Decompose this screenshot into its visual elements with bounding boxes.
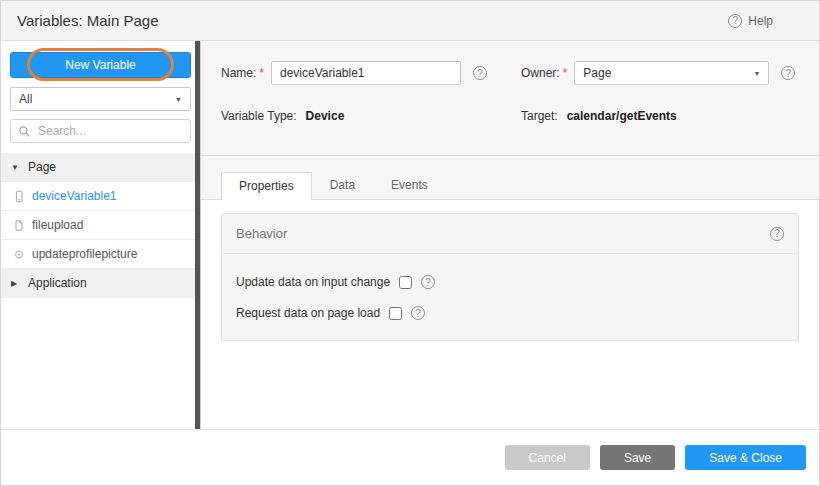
required-marker: * (259, 66, 264, 80)
variables-tree: ▼ Page deviceVariable1 (1, 153, 200, 298)
name-label: Name: (221, 66, 256, 80)
variable-form-section: Name: * ? Owner: * Page ▼ ? Varia (201, 41, 819, 156)
type-target-row: Variable Type: Device Target: calendar/g… (221, 109, 799, 123)
fileupload-icon (13, 219, 25, 232)
save-button[interactable]: Save (600, 445, 675, 470)
behavior-panel-header: Behavior ? (222, 214, 798, 254)
request-on-page-load-label: Request data on page load (236, 306, 380, 320)
behavior-panel-body: Update data on input change ? Request da… (222, 254, 798, 340)
tree-item-label: deviceVariable1 (32, 189, 117, 203)
footer-action-bar: Cancel Save Save & Close (1, 429, 819, 485)
name-field-group: Name: * ? (221, 61, 521, 85)
tab-properties[interactable]: Properties (221, 172, 312, 200)
behavior-title: Behavior (236, 226, 287, 241)
new-variable-wrap: New Variable (10, 52, 191, 78)
search-input[interactable] (36, 123, 183, 139)
variable-type-value: Device (306, 109, 345, 123)
variables-dialog: Variables: Main Page ? Help New Variable… (0, 0, 820, 486)
variables-sidebar: New Variable All ▼ ▼ Page (1, 41, 201, 429)
detail-tab-bar: Properties Data Events (201, 156, 819, 200)
tree-item-devicevariable1[interactable]: deviceVariable1 (1, 182, 200, 211)
target-label: Target: (521, 109, 558, 123)
search-icon (18, 125, 31, 138)
variable-filter-value: All (19, 92, 32, 106)
tab-data[interactable]: Data (312, 171, 373, 199)
target-value: calendar/getEvents (567, 109, 677, 123)
request-on-page-load-help-icon[interactable]: ? (411, 306, 425, 320)
header-bar: Variables: Main Page ? Help (1, 1, 819, 41)
variable-search-box (10, 119, 191, 143)
device-variable-icon (13, 190, 25, 203)
owner-help-icon[interactable]: ? (781, 66, 795, 80)
update-on-input-change-help-icon[interactable]: ? (421, 275, 435, 289)
required-marker: * (563, 66, 568, 80)
properties-tab-content: Behavior ? Update data on input change ?… (201, 200, 819, 354)
tree-group-label: Application (28, 276, 87, 290)
sidebar-scrollbar[interactable] (195, 41, 200, 429)
owner-field-group: Owner: * Page ▼ ? (521, 61, 795, 85)
new-variable-button[interactable]: New Variable (10, 52, 191, 78)
chevron-down-icon: ▼ (753, 70, 760, 77)
variable-type-group: Variable Type: Device (221, 109, 521, 123)
caret-down-icon: ▼ (11, 163, 21, 172)
owner-label: Owner: (521, 66, 560, 80)
chevron-down-icon: ▼ (175, 96, 182, 103)
caret-right-icon: ▶ (11, 279, 21, 288)
update-on-input-change-label: Update data on input change (236, 275, 390, 289)
save-and-close-button[interactable]: Save & Close (685, 445, 806, 470)
page-title: Variables: Main Page (17, 12, 158, 29)
update-on-input-change-checkbox[interactable] (399, 276, 412, 289)
help-icon: ? (728, 14, 742, 28)
help-button[interactable]: ? Help (728, 14, 773, 28)
name-help-icon[interactable]: ? (473, 66, 487, 80)
update-on-input-change-row: Update data on input change ? (236, 275, 784, 289)
variable-detail-panel: Name: * ? Owner: * Page ▼ ? Varia (201, 41, 819, 429)
tree-item-updateprofilepicture[interactable]: updateprofilepicture (1, 240, 200, 269)
service-variable-icon (13, 248, 25, 261)
tree-group-page[interactable]: ▼ Page (1, 153, 200, 182)
tab-events[interactable]: Events (373, 171, 446, 199)
tree-item-label: updateprofilepicture (32, 247, 137, 261)
owner-select[interactable]: Page ▼ (574, 61, 769, 85)
help-label: Help (748, 14, 773, 28)
tree-item-label: fileupload (32, 218, 83, 232)
tree-item-fileupload[interactable]: fileupload (1, 211, 200, 240)
tree-group-application[interactable]: ▶ Application (1, 269, 200, 298)
cancel-button[interactable]: Cancel (505, 445, 590, 470)
variable-filter-select[interactable]: All ▼ (10, 87, 191, 111)
behavior-help-icon[interactable]: ? (770, 227, 784, 241)
name-owner-row: Name: * ? Owner: * Page ▼ ? (221, 61, 799, 85)
tree-group-label: Page (28, 160, 56, 174)
behavior-panel: Behavior ? Update data on input change ?… (221, 213, 799, 341)
target-group: Target: calendar/getEvents (521, 109, 677, 123)
owner-select-value: Page (583, 66, 611, 80)
name-input[interactable] (271, 61, 461, 85)
request-on-page-load-checkbox[interactable] (389, 307, 402, 320)
variable-type-label: Variable Type: (221, 109, 297, 123)
request-on-page-load-row: Request data on page load ? (236, 306, 784, 320)
